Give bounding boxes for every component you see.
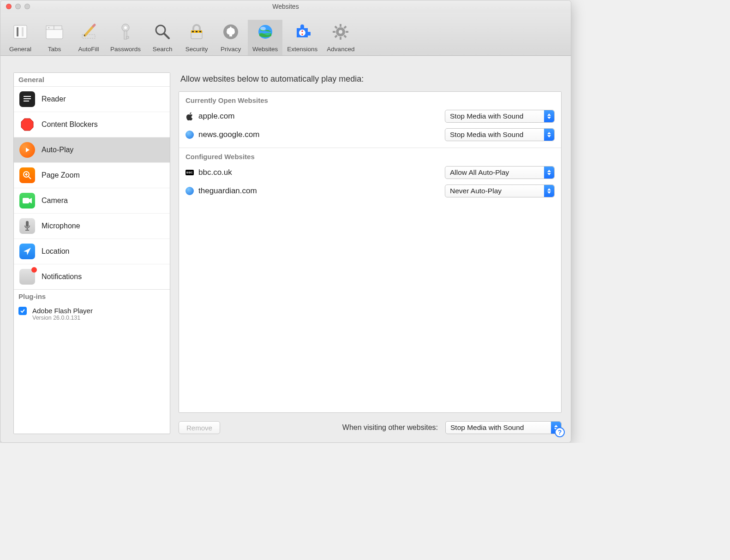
stop-icon bbox=[19, 117, 35, 132]
titlebar: Websites bbox=[0, 0, 571, 12]
site-row[interactable]: apple.com Stop Media with Sound bbox=[179, 107, 561, 125]
toolbar-tab-privacy[interactable]: Privacy bbox=[214, 20, 248, 55]
preferences-toolbar: General × Tabs AutoFill Passwords Search bbox=[0, 12, 571, 56]
site-row[interactable]: news.google.com Stop Media with Sound bbox=[179, 125, 561, 144]
toolbar-label: Privacy bbox=[221, 46, 241, 53]
policy-select[interactable]: Stop Media with Sound bbox=[445, 110, 555, 123]
sidebar-item-camera[interactable]: Camera bbox=[14, 188, 170, 214]
sidebar-item-label: Microphone bbox=[42, 222, 80, 230]
main-title: Allow websites below to automatically pl… bbox=[179, 72, 562, 91]
plugin-checkbox[interactable] bbox=[18, 307, 27, 315]
svg-rect-28 bbox=[340, 24, 341, 27]
sidebar: General Reader Content Blockers bbox=[13, 72, 170, 434]
window-title: Websites bbox=[0, 3, 571, 10]
select-stepper-icon bbox=[544, 167, 554, 179]
microphone-icon bbox=[19, 218, 35, 234]
footer-row: Remove When visiting other websites: Sto… bbox=[179, 413, 562, 434]
svg-point-9 bbox=[124, 26, 127, 29]
sidebar-item-notifications[interactable]: Notifications bbox=[14, 264, 170, 289]
policy-select[interactable]: Never Auto-Play bbox=[445, 185, 555, 197]
camera-icon bbox=[19, 193, 35, 209]
site-row[interactable]: theguardian.com Never Auto-Play bbox=[179, 182, 561, 200]
policy-value: Stop Media with Sound bbox=[450, 131, 544, 139]
svg-rect-41 bbox=[26, 221, 29, 227]
bbc-favicon: BBC bbox=[185, 170, 194, 175]
sidebar-item-content-blockers[interactable]: Content Blockers bbox=[14, 112, 170, 137]
sidebar-item-microphone[interactable]: Microphone bbox=[14, 214, 170, 239]
svg-rect-1 bbox=[17, 27, 18, 36]
toolbar-label: Advanced bbox=[327, 46, 354, 53]
others-label: When visiting other websites: bbox=[227, 423, 438, 432]
main-panel: Allow websites below to automatically pl… bbox=[178, 72, 562, 434]
preferences-window: Websites General × Tabs AutoFill Pas bbox=[0, 0, 571, 443]
svg-line-36 bbox=[29, 177, 31, 179]
sidebar-item-label: Content Blockers bbox=[42, 120, 98, 129]
toolbar-tab-security[interactable]: Security bbox=[180, 20, 214, 55]
toolbar-tab-websites[interactable]: Websites bbox=[248, 20, 282, 55]
svg-rect-4 bbox=[46, 26, 54, 30]
apple-favicon bbox=[185, 112, 194, 120]
extensions-icon bbox=[292, 22, 312, 42]
policy-value: Stop Media with Sound bbox=[450, 112, 544, 120]
remove-button[interactable]: Remove bbox=[179, 421, 220, 434]
help-button[interactable]: ? bbox=[555, 427, 565, 437]
sidebar-item-label: Page Zoom bbox=[42, 171, 80, 179]
policy-value: Never Auto-Play bbox=[450, 187, 544, 195]
svg-line-13 bbox=[164, 34, 169, 38]
others-policy-select[interactable]: Stop Media with Sound bbox=[445, 421, 562, 434]
toolbar-label: General bbox=[9, 46, 31, 53]
select-stepper-icon bbox=[544, 110, 554, 122]
policy-value: Allow All Auto-Play bbox=[450, 168, 544, 177]
svg-marker-33 bbox=[21, 119, 33, 131]
plugin-row[interactable]: Adobe Flash Player Version 26.0.0.131 bbox=[14, 303, 170, 325]
group-configured-header: Configured Websites bbox=[179, 148, 561, 163]
svg-rect-39 bbox=[23, 198, 29, 203]
lock-icon bbox=[186, 22, 207, 42]
zoom-icon bbox=[19, 167, 35, 183]
key-icon bbox=[115, 22, 136, 42]
websites-table: Currently Open Websites apple.com Stop M… bbox=[179, 91, 562, 413]
svg-point-29 bbox=[339, 30, 342, 34]
sidebar-item-location[interactable]: Location bbox=[14, 239, 170, 264]
svg-rect-22 bbox=[229, 32, 232, 36]
group-open-header: Currently Open Websites bbox=[179, 92, 561, 107]
toolbar-tab-extensions[interactable]: Extensions bbox=[282, 20, 322, 55]
autofill-icon bbox=[78, 22, 99, 42]
others-policy-value: Stop Media with Sound bbox=[450, 423, 551, 432]
plugin-meta: Adobe Flash Player Version 26.0.0.131 bbox=[32, 307, 93, 321]
gear-icon bbox=[330, 22, 351, 42]
remove-label: Remove bbox=[186, 424, 212, 432]
svg-marker-44 bbox=[24, 248, 31, 255]
sidebar-item-label: Camera bbox=[42, 197, 68, 205]
policy-select[interactable]: Stop Media with Sound bbox=[445, 128, 555, 141]
location-icon bbox=[19, 244, 35, 259]
tabs-icon: × bbox=[44, 22, 65, 42]
site-row[interactable]: BBC bbc.co.uk Allow All Auto-Play bbox=[179, 163, 561, 182]
toolbar-tab-tabs[interactable]: × Tabs bbox=[37, 20, 72, 55]
toolbar-label: Extensions bbox=[287, 46, 317, 53]
select-stepper-icon bbox=[544, 129, 554, 141]
sidebar-item-page-zoom[interactable]: Page Zoom bbox=[14, 163, 170, 188]
privacy-icon bbox=[221, 22, 241, 42]
policy-select[interactable]: Allow All Auto-Play bbox=[445, 166, 555, 179]
toolbar-tab-passwords[interactable]: Passwords bbox=[106, 20, 145, 55]
toolbar-tab-search[interactable]: Search bbox=[145, 20, 180, 55]
sidebar-item-reader[interactable]: Reader bbox=[14, 87, 170, 112]
sidebar-item-auto-play[interactable]: Auto-Play bbox=[14, 137, 170, 163]
toolbar-label: Search bbox=[153, 46, 173, 53]
svg-marker-40 bbox=[29, 198, 32, 203]
toolbar-tab-advanced[interactable]: Advanced bbox=[322, 20, 359, 55]
toolbar-tab-autofill[interactable]: AutoFill bbox=[72, 20, 106, 55]
plugin-name: Adobe Flash Player bbox=[32, 307, 93, 315]
svg-rect-18 bbox=[196, 31, 197, 32]
general-icon bbox=[10, 22, 30, 42]
svg-rect-0 bbox=[14, 25, 27, 38]
toolbar-label: Tabs bbox=[48, 46, 61, 53]
globe-favicon bbox=[185, 187, 194, 195]
toolbar-tab-general[interactable]: General bbox=[3, 20, 37, 55]
svg-rect-2 bbox=[22, 27, 24, 36]
svg-rect-19 bbox=[199, 31, 201, 32]
notifications-icon bbox=[19, 269, 35, 285]
plugin-version: Version 26.0.0.131 bbox=[32, 315, 93, 321]
site-host: apple.com bbox=[198, 112, 234, 121]
